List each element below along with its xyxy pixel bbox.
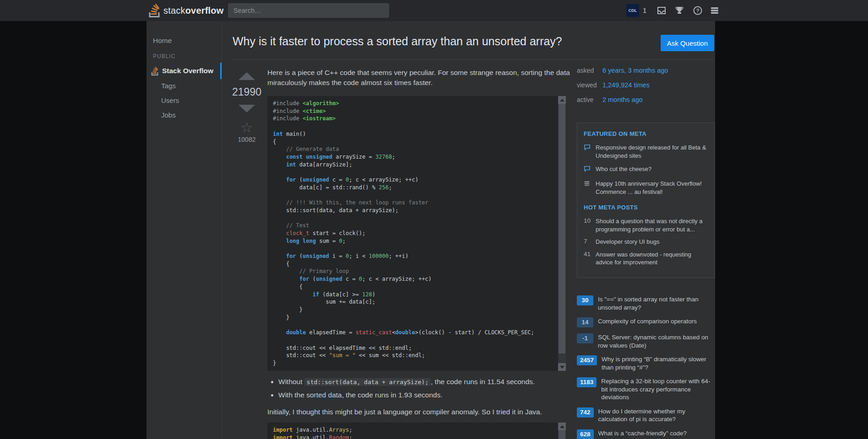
linked-question-title: Why is printing “B” dramatically slower … <box>602 355 715 371</box>
linked-questions-list: 30 Is "==" in sorted array not faster th… <box>577 295 715 439</box>
question-intro: Here is a piece of C++ code that seems v… <box>267 68 575 88</box>
main-content: Why is it faster to process a sorted arr… <box>222 21 715 439</box>
favorite-star-button[interactable]: ☆ <box>241 121 253 134</box>
avatar-label: CDL <box>629 8 637 13</box>
left-sidebar: Home PUBLIC Stack Overflow Tags Users Jo… <box>146 21 222 439</box>
header-divider <box>233 59 714 60</box>
vote-count: 21990 <box>232 86 261 98</box>
sidebar-item-label: Stack Overflow <box>162 67 213 75</box>
stackoverflow-glyph-icon <box>151 67 158 75</box>
inbox-icon[interactable] <box>656 5 667 16</box>
speech-bubble-icon <box>584 144 596 160</box>
code-scrollbar[interactable] <box>558 96 566 371</box>
linked-question-title: Complexity of comparison operators <box>598 317 697 326</box>
scroll-up-button[interactable] <box>558 423 566 430</box>
timing-bullet-unsorted: Without std::sort(data, data + arraySize… <box>278 377 566 387</box>
featured-meta-title: FEATURED ON META <box>584 130 708 137</box>
hot-meta-text: Developer story UI bugs <box>596 238 659 246</box>
stat-row: viewed 1,249,924 times <box>577 81 668 90</box>
reputation-count[interactable]: 1 <box>643 6 646 14</box>
linked-question-title: Is "==" in sorted array not faster than … <box>598 295 715 311</box>
hot-meta-post[interactable]: 10 Should a question that was not direct… <box>584 217 708 233</box>
upvote-button[interactable] <box>239 72 255 80</box>
featured-meta-item[interactable]: Responsive design released for all Beta … <box>584 144 708 160</box>
svg-text:?: ? <box>696 8 700 13</box>
stat-value[interactable]: 2 months ago <box>602 96 643 103</box>
linked-question[interactable]: 742 How do I determine whether my calcul… <box>577 407 715 423</box>
sidebar-item-users[interactable]: Users <box>161 96 179 104</box>
speech-bubble-icon <box>584 165 596 174</box>
search-input[interactable] <box>228 3 389 18</box>
stat-row: active 2 months ago <box>577 96 668 105</box>
sidebar-item-stack-overflow[interactable]: Stack Overflow <box>146 63 222 79</box>
featured-meta-list: Responsive design released for all Beta … <box>584 144 708 196</box>
sidebar-item-home[interactable]: Home <box>153 37 172 45</box>
featured-meta-box: FEATURED ON META Responsive design relea… <box>577 123 715 278</box>
vote-cell: 21990 ☆ 10082 <box>234 72 260 143</box>
stat-value[interactable]: 6 years, 3 months ago <box>602 67 668 74</box>
stat-value[interactable]: 1,249,924 times <box>602 81 650 89</box>
question-body: Here is a piece of C++ code that seems v… <box>267 68 566 439</box>
timing-bullet-sorted: With the sorted data, the code runs in 1… <box>278 391 566 400</box>
question-followup: Initially, I thought this might be just … <box>267 407 575 417</box>
stat-label: active <box>577 96 601 103</box>
help-icon[interactable]: ? <box>693 5 703 16</box>
linked-question[interactable]: -1 SQL Server: dynamic columns based on … <box>577 333 715 349</box>
linked-question-title: What is a “cache-friendly” code? <box>598 429 687 438</box>
linked-question-score: 2457 <box>577 355 597 365</box>
arrow-up-icon <box>560 99 564 102</box>
linked-question-score: -1 <box>577 333 593 343</box>
meta-item-text: Happy 10th anniversary Stack Overflow! C… <box>596 180 708 196</box>
linked-question-title: SQL Server: dynamic columns based on row… <box>598 333 715 349</box>
linked-question[interactable]: 30 Is "==" in sorted array not faster th… <box>577 295 715 311</box>
linked-question-title: How do I determine whether my calculatio… <box>598 407 715 423</box>
timing-bullets: Without std::sort(data, data + arraySize… <box>267 377 566 400</box>
meta-item-text: Responsive design released for all Beta … <box>596 144 708 160</box>
scrollbar-thumb[interactable] <box>559 104 565 353</box>
code-scrollbar[interactable] <box>558 423 566 439</box>
bullet-text: Without <box>278 378 304 385</box>
scroll-up-button[interactable] <box>558 96 566 104</box>
linked-question[interactable]: 2457 Why is printing “B” dramatically sl… <box>577 355 715 371</box>
hot-meta-score: 7 <box>584 238 596 246</box>
featured-meta-item[interactable]: Happy 10th anniversary Stack Overflow! C… <box>584 180 708 196</box>
linked-question-score: 14 <box>577 317 593 327</box>
featured-meta-item[interactable]: Who cut the cheese? <box>584 165 708 174</box>
linked-question[interactable]: 1183 Replacing a 32-bit loop counter wit… <box>577 377 715 402</box>
bullet-text: , the code runs in 11.54 seconds. <box>431 378 535 385</box>
stackexchange-icon <box>584 180 596 196</box>
hot-meta-score: 10 <box>584 217 596 233</box>
linked-question-score: 1183 <box>577 377 597 387</box>
stackoverflow-logo-icon <box>148 4 160 17</box>
arrow-down-icon <box>560 366 564 369</box>
hot-meta-title: HOT META POSTS <box>584 204 708 211</box>
hot-meta-text: Should a question that was not directly … <box>596 217 708 233</box>
arrow-up-icon <box>560 425 564 428</box>
linked-question-score: 742 <box>577 407 594 418</box>
hot-meta-post[interactable]: 41 Answer was downvoted - requesting adv… <box>584 251 708 267</box>
linked-question[interactable]: 14 Complexity of comparison operators <box>577 317 715 327</box>
achievements-icon[interactable] <box>674 5 684 16</box>
inline-code: std::sort(data, data + arraySize); <box>304 378 431 386</box>
ask-question-button[interactable]: Ask Question <box>661 35 714 51</box>
question-title: Why is it faster to process a sorted arr… <box>233 35 631 48</box>
sidebar-section-label: PUBLIC <box>153 53 175 59</box>
sidebar-item-jobs[interactable]: Jobs <box>161 111 176 119</box>
cpp-code-block: #include <algorithm>#include <ctime>#inc… <box>267 96 566 371</box>
avatar[interactable]: CDL <box>626 4 639 17</box>
meta-item-text: Who cut the cheese? <box>596 165 651 174</box>
hot-meta-post[interactable]: 7 Developer story UI bugs <box>584 238 708 246</box>
java-code-block: import java.util.Arrays;import java.util… <box>267 423 566 439</box>
stackoverflow-logo[interactable]: stackoverflow <box>148 4 224 17</box>
site-switcher-icon[interactable] <box>710 5 720 16</box>
downvote-button[interactable] <box>239 105 255 112</box>
content-container: Home PUBLIC Stack Overflow Tags Users Jo… <box>146 21 715 439</box>
sidebar-item-tags[interactable]: Tags <box>161 82 176 90</box>
stat-label: asked <box>577 67 601 74</box>
linked-question[interactable]: 628 What is a “cache-friendly” code? <box>577 429 715 439</box>
scrollbar-thumb[interactable] <box>559 430 565 439</box>
top-navigation-bar: stackoverflow CDL 1 ? <box>0 0 868 21</box>
scroll-down-button[interactable] <box>558 363 566 371</box>
linked-question-title: Replacing a 32-bit loop counter with 64-… <box>601 377 715 402</box>
logo-text: stackoverflow <box>163 5 224 16</box>
